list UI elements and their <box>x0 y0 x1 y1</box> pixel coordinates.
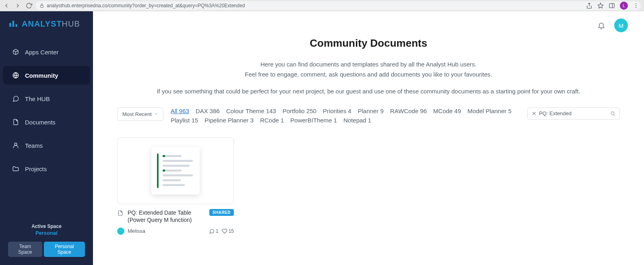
main-area: M Community Documents Here you can find … <box>93 11 644 265</box>
sort-dropdown[interactable]: Most Recent <box>117 108 163 121</box>
sort-label: Most Recent <box>122 111 152 117</box>
chat-icon <box>12 95 19 102</box>
browser-url-bar[interactable]: analysthub.enterprisedna.co/community?or… <box>35 1 641 10</box>
panel-icon[interactable] <box>609 2 615 9</box>
browser-reload[interactable] <box>26 2 32 9</box>
lock-icon <box>39 3 44 8</box>
filter-tag[interactable]: Notepad 1 <box>343 117 371 124</box>
browser-profile-avatar[interactable]: L <box>620 2 628 10</box>
sidebar-item-label: Projects <box>25 166 47 172</box>
search-box[interactable]: ✕ <box>527 108 620 120</box>
comment-count[interactable]: 1 <box>209 228 219 234</box>
author-name: Melissa <box>128 228 206 234</box>
folder-icon <box>12 165 19 172</box>
sidebar-item-label: Teams <box>25 142 43 149</box>
logo-text: ANALYSTHUB <box>22 19 80 29</box>
star-icon[interactable] <box>597 2 604 9</box>
intro-line-2: Feel free to engage, comment, ask questi… <box>117 70 620 79</box>
tab-team-space[interactable]: Team Space <box>8 242 42 257</box>
browser-url-text: analysthub.enterprisedna.co/community?or… <box>47 3 245 8</box>
filter-tag[interactable]: Colour Theme 143 <box>226 108 276 114</box>
filter-tag[interactable]: RCode 1 <box>260 117 284 124</box>
svg-point-6 <box>636 5 636 6</box>
filter-tag[interactable]: Portfolio 250 <box>283 108 316 114</box>
filter-tag[interactable]: Priorities 4 <box>323 108 351 114</box>
filter-tag[interactable]: PowerBITheme 1 <box>290 117 337 124</box>
card-thumbnail <box>117 137 234 204</box>
browser-chrome: analysthub.enterprisedna.co/community?or… <box>0 0 644 11</box>
svg-rect-3 <box>609 3 614 8</box>
filter-tag[interactable]: Planner 9 <box>358 108 384 114</box>
card-title: PQ: Extended Date Table (Power Query M f… <box>128 209 205 224</box>
teams-icon <box>12 142 19 149</box>
svg-line-14 <box>614 114 615 115</box>
apps-icon <box>12 48 19 56</box>
filter-tag[interactable]: All 963 <box>171 108 189 114</box>
globe-icon <box>12 72 19 79</box>
comment-icon <box>209 228 215 234</box>
kebab-icon[interactable] <box>633 2 639 9</box>
filter-tags: All 963 DAX 386 Colour Theme 143 Portfol… <box>171 108 520 124</box>
svg-point-12 <box>14 143 17 145</box>
logo-icon <box>8 19 19 29</box>
svg-rect-10 <box>15 24 17 27</box>
filter-tag[interactable]: Pipeline Planner 3 <box>204 117 254 124</box>
tab-personal-space[interactable]: Personal Space <box>44 242 85 257</box>
filter-tag[interactable]: MCode 49 <box>433 108 461 114</box>
sidebar-item-community[interactable]: Community <box>3 66 90 85</box>
sidebar-item-label: Community <box>25 72 58 79</box>
sidebar-item-label: The HUB <box>25 95 50 102</box>
svg-point-5 <box>636 3 636 4</box>
active-space-value: Personal <box>8 230 85 236</box>
svg-rect-8 <box>9 23 11 27</box>
browser-back[interactable] <box>3 2 10 9</box>
sidebar-item-documents[interactable]: Documents <box>3 113 90 131</box>
filter-tag[interactable]: Model Planner 5 <box>468 108 512 114</box>
search-input[interactable] <box>539 110 608 116</box>
file-icon <box>117 210 124 216</box>
share-icon[interactable] <box>586 2 592 9</box>
browser-forward[interactable] <box>14 2 21 9</box>
sidebar: ANALYSTHUB Apps Center Community The HUB… <box>0 11 93 265</box>
clear-search-icon[interactable]: ✕ <box>532 110 537 117</box>
sidebar-item-apps-center[interactable]: Apps Center <box>3 43 90 61</box>
search-icon[interactable] <box>610 110 615 117</box>
sidebar-item-label: Apps Center <box>25 49 58 56</box>
filter-tag[interactable]: Playlist 15 <box>171 117 198 124</box>
svg-rect-9 <box>12 21 14 27</box>
author-avatar <box>117 228 124 235</box>
filter-tag[interactable]: DAX 386 <box>196 108 220 114</box>
user-avatar[interactable]: M <box>614 19 628 32</box>
document-card[interactable]: PQ: Extended Date Table (Power Query M f… <box>117 137 234 235</box>
intro-line-3: If you see something that could be perfe… <box>117 87 620 96</box>
sidebar-item-projects[interactable]: Projects <box>3 159 90 178</box>
svg-point-13 <box>611 112 614 115</box>
page-title: Community Documents <box>117 37 620 50</box>
svg-rect-0 <box>41 5 43 7</box>
shared-badge: SHARED <box>209 209 234 216</box>
active-space-label: Active Space <box>8 224 85 229</box>
logo[interactable]: ANALYSTHUB <box>0 19 93 40</box>
heart-icon <box>222 228 227 234</box>
svg-marker-2 <box>598 3 603 8</box>
page-intro: Here you can find documents and template… <box>117 60 620 96</box>
filter-tag[interactable]: RAWCode 96 <box>390 108 427 114</box>
chevron-down-icon <box>154 112 158 116</box>
intro-line-1: Here you can find documents and template… <box>117 60 620 69</box>
notifications-icon[interactable] <box>597 21 605 29</box>
document-icon <box>12 118 19 126</box>
svg-point-7 <box>636 7 636 8</box>
like-count[interactable]: 15 <box>222 228 234 234</box>
sidebar-item-teams[interactable]: Teams <box>3 136 90 155</box>
sidebar-item-label: Documents <box>25 119 56 126</box>
sidebar-item-the-hub[interactable]: The HUB <box>3 89 90 108</box>
